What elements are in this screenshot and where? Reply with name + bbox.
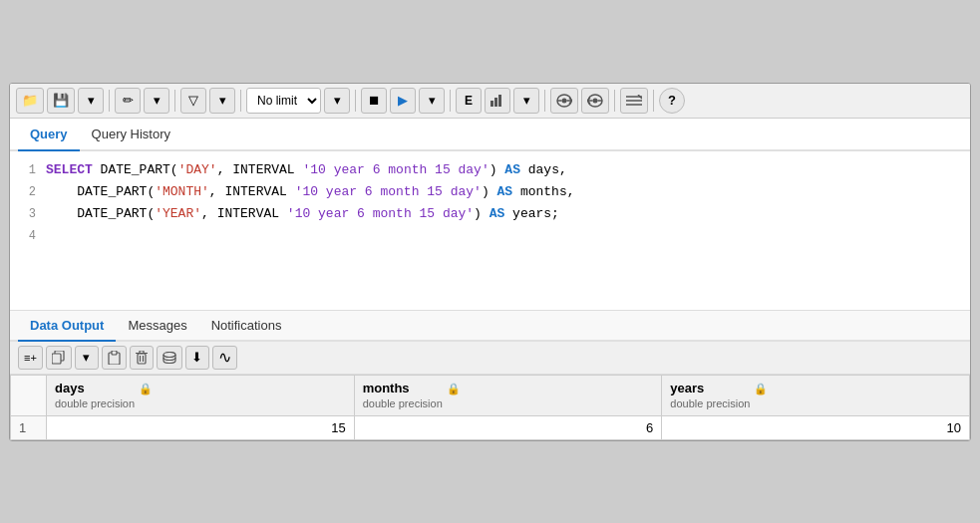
copy-button[interactable] [46, 346, 72, 370]
cell-years-1[interactable]: 10 [662, 415, 970, 439]
code-line-3: 3 DATE_PART('YEAR', INTERVAL '10 year 6 … [10, 203, 970, 225]
top-tabs: Query Query History [10, 119, 970, 151]
table-header-row: days double precision 🔒 months double pr… [11, 375, 970, 415]
separator-8 [653, 90, 654, 112]
code-line-1-content: SELECT DATE_PART('DAY', INTERVAL '10 yea… [46, 159, 970, 181]
col-header-months: months double precision 🔒 [354, 375, 662, 415]
separator-2 [174, 90, 175, 112]
svg-rect-21 [140, 351, 144, 354]
tab-data-output[interactable]: Data Output [18, 311, 116, 342]
filter-dropdown-button[interactable]: ▾ [209, 88, 235, 114]
line-number-1: 1 [10, 159, 46, 181]
open-folder-button[interactable]: 📁 [16, 88, 44, 114]
svg-rect-2 [498, 95, 501, 107]
data-table-wrapper: days double precision 🔒 months double pr… [10, 375, 970, 440]
line-number-2: 2 [10, 181, 46, 203]
code-editor[interactable]: 1 SELECT DATE_PART('DAY', INTERVAL '10 y… [10, 151, 970, 311]
explain-button[interactable]: E [456, 88, 482, 114]
edit-dropdown-button[interactable]: ▾ [144, 88, 169, 114]
filter-button[interactable]: ▽ [180, 88, 206, 114]
col-years-lock-icon: 🔒 [754, 383, 768, 395]
download-button[interactable]: ⬇ [185, 346, 209, 370]
col-years-name: years [670, 381, 750, 395]
chart-button[interactable]: ∿ [212, 346, 237, 370]
svg-point-4 [562, 98, 567, 103]
separator-5 [450, 90, 451, 112]
svg-rect-1 [494, 98, 497, 107]
run-dropdown-button[interactable]: ▾ [419, 88, 445, 114]
stop-button[interactable]: ⏹ [361, 88, 387, 114]
separator-7 [614, 90, 615, 112]
data-toolbar: ≡+ ▾ [10, 342, 970, 375]
toolbar: 📁 💾 ▾ ✏ ▾ ▽ ▾ No limit ▾ ⏹ ▶ ▾ E ▾ [10, 84, 970, 119]
code-line-4: 4 [10, 225, 970, 247]
help-button[interactable]: ? [659, 88, 685, 114]
cell-days-1[interactable]: 15 [47, 415, 355, 439]
copy-dropdown-button[interactable]: ▾ [75, 346, 99, 370]
svg-rect-0 [490, 101, 493, 107]
commit-button[interactable] [550, 88, 578, 114]
separator-6 [544, 90, 545, 112]
data-table: days double precision 🔒 months double pr… [10, 375, 970, 440]
db-save-button[interactable] [157, 346, 182, 370]
svg-rect-19 [138, 354, 146, 364]
row-num-header [11, 375, 47, 415]
add-row-button[interactable]: ≡+ [18, 346, 43, 370]
line-number-4: 4 [10, 225, 46, 247]
col-header-days: days double precision 🔒 [47, 375, 355, 415]
svg-point-24 [163, 352, 175, 357]
macros-button[interactable] [620, 88, 648, 114]
separator-1 [109, 90, 110, 112]
separator-3 [240, 90, 241, 112]
line-number-3: 3 [10, 203, 46, 225]
col-months-lock-icon: 🔒 [447, 383, 461, 395]
tab-messages[interactable]: Messages [116, 311, 198, 342]
col-days-type: double precision [55, 397, 135, 409]
main-window: 📁 💾 ▾ ✏ ▾ ▽ ▾ No limit ▾ ⏹ ▶ ▾ E ▾ [9, 83, 971, 441]
graph-button[interactable] [485, 88, 510, 114]
rollback-button[interactable] [581, 88, 609, 114]
row-number-1: 1 [11, 415, 47, 439]
code-line-3-content: DATE_PART('YEAR', INTERVAL '10 year 6 mo… [46, 203, 970, 225]
svg-rect-18 [112, 351, 117, 355]
edit-button[interactable]: ✏ [115, 88, 141, 114]
svg-rect-16 [52, 354, 61, 364]
col-months-name: months [363, 381, 443, 395]
separator-4 [355, 90, 356, 112]
code-line-2: 2 DATE_PART('MONTH', INTERVAL '10 year 6… [10, 181, 970, 203]
delete-button[interactable] [130, 346, 154, 370]
no-limit-select[interactable]: No limit [246, 88, 321, 114]
no-limit-dropdown-button[interactable]: ▾ [324, 88, 350, 114]
code-line-4-content [46, 225, 970, 247]
svg-point-8 [593, 98, 598, 103]
code-line-1: 1 SELECT DATE_PART('DAY', INTERVAL '10 y… [10, 159, 970, 181]
cell-months-1[interactable]: 6 [354, 415, 662, 439]
run-button[interactable]: ▶ [390, 88, 416, 114]
table-row: 1 15 6 10 [11, 415, 970, 439]
col-days-name: days [55, 381, 135, 395]
tab-query[interactable]: Query [18, 119, 80, 151]
graph-dropdown-button[interactable]: ▾ [513, 88, 539, 114]
bottom-tabs: Data Output Messages Notifications [10, 311, 970, 342]
col-years-type: double precision [670, 397, 750, 409]
col-header-years: years double precision 🔒 [662, 375, 970, 415]
col-days-lock-icon: 🔒 [139, 383, 153, 395]
save-dropdown-button[interactable]: ▾ [78, 88, 104, 114]
col-months-type: double precision [363, 397, 443, 409]
paste-button[interactable] [102, 346, 127, 370]
tab-notifications[interactable]: Notifications [199, 311, 294, 342]
tab-query-history[interactable]: Query History [80, 119, 182, 151]
save-button[interactable]: 💾 [47, 88, 75, 114]
code-line-2-content: DATE_PART('MONTH', INTERVAL '10 year 6 m… [46, 181, 970, 203]
